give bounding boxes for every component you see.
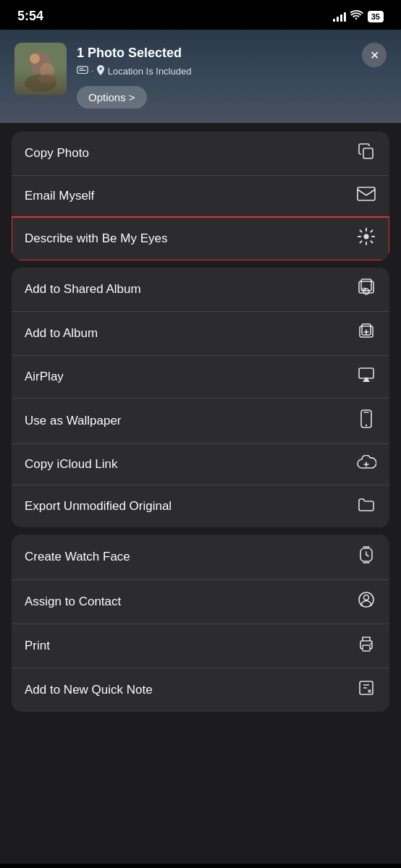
add-quick-note-label: Add to New Quick Note: [25, 683, 153, 697]
describe-be-my-eyes-label: Describe with Be My Eyes: [25, 231, 167, 246]
svg-point-32: [366, 425, 367, 426]
menu-item-email-myself[interactable]: Email Myself: [12, 176, 389, 217]
battery-indicator: 35: [368, 11, 384, 22]
status-icons: 35: [333, 10, 384, 22]
svg-line-19: [360, 241, 362, 242]
use-wallpaper-label: Use as Wallpaper: [25, 414, 122, 428]
svg-point-3: [25, 75, 56, 92]
svg-rect-10: [358, 187, 375, 200]
svg-rect-43: [363, 645, 370, 651]
svg-rect-28: [359, 368, 373, 378]
print-label: Print: [25, 639, 50, 653]
email-myself-icon: [356, 187, 376, 205]
create-watch-face-label: Create Watch Face: [25, 550, 130, 564]
copy-icloud-label: Copy iCloud Link: [25, 457, 118, 472]
svg-point-4: [40, 63, 54, 77]
close-button[interactable]: ✕: [362, 43, 387, 67]
describe-be-my-eyes-icon: [356, 228, 376, 250]
assign-contact-icon: [356, 591, 376, 613]
share-subtitle: · Location Is Included: [77, 65, 352, 77]
signal-icon: [333, 12, 346, 22]
export-original-icon: [356, 496, 376, 516]
location-icon: [96, 65, 105, 77]
svg-point-41: [364, 595, 369, 600]
options-label: Options >: [88, 91, 135, 103]
menu-item-add-album[interactable]: Add to Album: [12, 312, 389, 356]
add-album-icon: [356, 323, 376, 344]
share-title: 1 Photo Selected: [77, 46, 352, 61]
svg-point-5: [38, 75, 56, 83]
close-icon: ✕: [370, 48, 379, 62]
location-label: Location Is Included: [108, 66, 192, 77]
add-shared-album-icon: [356, 278, 376, 300]
wifi-icon: [350, 10, 363, 22]
copy-photo-icon: [356, 142, 376, 164]
print-icon: [356, 635, 376, 657]
share-info: 1 Photo Selected · Location Is Included …: [77, 43, 352, 109]
svg-point-11: [364, 234, 369, 239]
menu-item-add-quick-note[interactable]: Add to New Quick Note: [12, 668, 389, 712]
menu-item-export-original[interactable]: Export Unmodified Original: [12, 485, 389, 527]
status-bar: 5:54 35: [0, 0, 401, 30]
options-button[interactable]: Options >: [77, 86, 147, 109]
share-header: 1 Photo Selected · Location Is Included …: [0, 30, 401, 123]
svg-rect-7: [79, 68, 83, 69]
separator-dot: ·: [91, 67, 93, 75]
menu-item-add-shared-album[interactable]: Add to Shared Album: [12, 268, 389, 312]
add-album-label: Add to Album: [25, 326, 98, 341]
svg-point-44: [370, 643, 371, 644]
export-original-label: Export Unmodified Original: [25, 499, 172, 514]
airplay-label: AirPlay: [25, 370, 64, 384]
menu-item-copy-photo[interactable]: Copy Photo: [12, 132, 389, 176]
menu-item-create-watch-face[interactable]: Create Watch Face: [12, 535, 389, 580]
svg-marker-29: [363, 377, 370, 382]
menu-section-1: Copy Photo Email Myself Describe with Be…: [12, 132, 389, 260]
add-shared-album-label: Add to Shared Album: [25, 282, 141, 297]
airplay-icon: [356, 367, 376, 387]
menu-item-print[interactable]: Print: [12, 624, 389, 668]
copy-photo-label: Copy Photo: [25, 146, 89, 161]
menu-item-airplay[interactable]: AirPlay: [12, 356, 389, 399]
svg-rect-9: [363, 148, 373, 158]
email-myself-label: Email Myself: [25, 189, 94, 203]
copy-icloud-icon: [356, 455, 376, 474]
menu-section-3: Create Watch Face Assign to Contact: [12, 535, 389, 712]
assign-contact-label: Assign to Contact: [25, 595, 121, 609]
svg-line-39: [366, 555, 368, 556]
menu-section-2: Add to Shared Album Add to Album: [12, 268, 389, 527]
menu-item-assign-contact[interactable]: Assign to Contact: [12, 580, 389, 624]
menu-item-describe-be-my-eyes[interactable]: Describe with Be My Eyes: [12, 217, 389, 260]
svg-rect-8: [79, 69, 86, 70]
use-wallpaper-icon: [356, 409, 376, 433]
svg-line-16: [360, 231, 362, 232]
status-time: 5:54: [17, 9, 43, 24]
svg-line-17: [371, 241, 372, 242]
menu-area: Copy Photo Email Myself Describe with Be…: [0, 123, 401, 864]
create-watch-face-icon: [356, 545, 376, 569]
menu-item-use-wallpaper[interactable]: Use as Wallpaper: [12, 399, 389, 444]
menu-item-copy-icloud[interactable]: Copy iCloud Link: [12, 444, 389, 485]
svg-point-2: [30, 54, 40, 64]
add-quick-note-icon: [356, 679, 376, 701]
comment-icon: [77, 66, 88, 77]
photo-thumbnail: [14, 43, 67, 95]
svg-line-18: [371, 231, 372, 232]
svg-rect-6: [77, 66, 88, 73]
